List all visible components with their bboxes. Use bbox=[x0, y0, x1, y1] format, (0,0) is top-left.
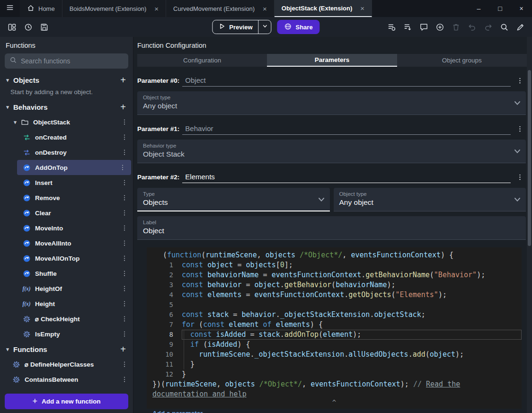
debugger-icon[interactable] bbox=[384, 20, 399, 34]
parameter-menu-icon[interactable] bbox=[514, 74, 526, 87]
code-line-4[interactable]: 4const elements = eventsFunctionContext.… bbox=[147, 290, 522, 300]
parameter-menu-icon[interactable] bbox=[514, 171, 526, 183]
kebab-menu-icon[interactable] bbox=[119, 116, 130, 128]
trash-icon[interactable] bbox=[449, 20, 463, 34]
add-function-button[interactable]: + Add a new function bbox=[5, 394, 128, 409]
parameter-name-input[interactable]: Elements bbox=[182, 173, 511, 183]
section-objects[interactable]: ▾Objects+ bbox=[0, 72, 133, 88]
code-line-2[interactable]: 2const behaviorName = eventsFunctionCont… bbox=[147, 270, 522, 280]
add-icon[interactable]: + bbox=[116, 344, 130, 355]
close-tab-icon[interactable]: × bbox=[154, 5, 159, 13]
kebab-menu-icon[interactable] bbox=[119, 132, 130, 143]
code-line-11[interactable]: 11 } bbox=[147, 360, 522, 369]
code-line-3[interactable]: 3const behavior = object.getBehavior(beh… bbox=[147, 280, 522, 290]
kebab-menu-icon[interactable] bbox=[117, 162, 128, 173]
caret-down-icon[interactable]: ▾ bbox=[2, 104, 13, 110]
kebab-menu-icon[interactable] bbox=[119, 374, 130, 385]
kebab-menu-icon[interactable] bbox=[119, 268, 130, 279]
function-remove[interactable]: Remove bbox=[0, 190, 133, 205]
search-functions-box[interactable] bbox=[5, 53, 128, 69]
close-window-button[interactable]: × bbox=[511, 0, 532, 17]
share-button[interactable]: Share bbox=[277, 20, 320, 34]
function-isempty[interactable]: IsEmpty bbox=[0, 326, 133, 342]
search-functions-input[interactable] bbox=[21, 57, 124, 65]
fold-hint-caret[interactable]: ^ bbox=[147, 399, 522, 408]
kebab-menu-icon[interactable] bbox=[119, 298, 130, 309]
function-moveinto[interactable]: MoveInto bbox=[0, 220, 133, 236]
code-line-1[interactable]: 1const object = objects[0]; bbox=[147, 260, 522, 270]
caret-down-icon[interactable]: ▾ bbox=[9, 119, 21, 125]
field-object-type[interactable]: Object typeAny object bbox=[137, 91, 526, 115]
function-clear[interactable]: Clear bbox=[0, 205, 133, 220]
search-icon[interactable] bbox=[497, 20, 511, 34]
function-moveallontop[interactable]: MoveAllOnTop bbox=[0, 251, 133, 266]
redo-icon[interactable] bbox=[481, 20, 495, 34]
kebab-menu-icon[interactable] bbox=[119, 313, 130, 325]
function-moveallinto[interactable]: MoveAllInto bbox=[0, 236, 133, 251]
close-tab-icon[interactable]: × bbox=[263, 5, 267, 13]
add-icon[interactable]: + bbox=[116, 102, 130, 113]
undo-icon[interactable] bbox=[465, 20, 479, 34]
profiler-icon[interactable] bbox=[400, 20, 415, 34]
caret-down-icon[interactable]: ▾ bbox=[2, 346, 13, 352]
kebab-menu-icon[interactable] bbox=[119, 283, 130, 294]
preview-main[interactable]: Preview bbox=[213, 23, 258, 32]
function-definehelperclasses[interactable]: ⌀ DefineHelperClasses bbox=[0, 357, 133, 372]
kebab-menu-icon[interactable] bbox=[119, 328, 130, 340]
scrollbar[interactable] bbox=[527, 37, 532, 413]
tab-home[interactable]: Home bbox=[20, 0, 62, 17]
add-circle-icon[interactable] bbox=[433, 20, 447, 34]
function-addontop[interactable]: AddOnTop bbox=[17, 160, 131, 175]
function-ondestroy[interactable]: onDestroy bbox=[0, 145, 133, 160]
function-oncreated[interactable]: onCreated bbox=[0, 130, 133, 145]
kebab-menu-icon[interactable] bbox=[119, 359, 130, 370]
function-checkheight[interactable]: ⌀ CheckHeight bbox=[0, 311, 133, 326]
tab-boidsmovement-extension[interactable]: BoidsMovement (Extension)× bbox=[62, 0, 166, 17]
save-icon[interactable] bbox=[37, 20, 51, 34]
function-heightof[interactable]: f(x)HeightOf bbox=[0, 281, 133, 296]
theme-pen-icon[interactable] bbox=[513, 20, 527, 34]
kebab-menu-icon[interactable] bbox=[119, 207, 130, 219]
code-editor[interactable]: (function(runtimeScene, objects /*Object… bbox=[147, 247, 522, 409]
scrollbar-thumb[interactable] bbox=[528, 70, 531, 246]
function-insert[interactable]: Insert bbox=[0, 175, 133, 190]
parameter-name-input[interactable]: Object bbox=[182, 76, 511, 87]
close-tab-icon[interactable]: × bbox=[360, 4, 364, 12]
preview-options-button[interactable] bbox=[259, 23, 271, 31]
add-parameter-button[interactable]: Add a parameter bbox=[152, 410, 203, 413]
code-line-5[interactable]: 5 bbox=[147, 300, 522, 310]
function-containsbetween[interactable]: ContainsBetween bbox=[0, 372, 133, 387]
parameter-menu-icon[interactable] bbox=[514, 123, 526, 135]
tab-configuration[interactable]: Configuration bbox=[137, 54, 267, 67]
field-object-type[interactable]: Object typeAny object bbox=[334, 188, 526, 211]
layout-panels-icon[interactable] bbox=[5, 20, 19, 34]
tab-object-groups[interactable]: Object groups bbox=[397, 54, 527, 67]
history-icon[interactable] bbox=[21, 20, 35, 34]
caret-down-icon[interactable]: ▾ bbox=[2, 77, 13, 83]
add-icon[interactable]: + bbox=[116, 75, 130, 86]
function-height[interactable]: f(x)Height bbox=[0, 296, 133, 311]
preview-button[interactable]: Preview bbox=[212, 20, 271, 34]
code-line-10[interactable]: 10 runtimeScene._objectStackExtension.al… bbox=[147, 350, 522, 360]
code-line-9[interactable]: 9 if (isAdded) { bbox=[147, 340, 522, 350]
function-shuffle[interactable]: Shuffle bbox=[0, 266, 133, 281]
folder-objectstack[interactable]: ▾ObjectStack bbox=[0, 114, 133, 130]
code-line-12[interactable]: 12} bbox=[147, 369, 522, 379]
kebab-menu-icon[interactable] bbox=[119, 237, 130, 249]
section-functions[interactable]: ▾Functions+ bbox=[0, 342, 133, 357]
code-line-6[interactable]: 6const stack = behavior._objectStackExte… bbox=[147, 310, 522, 320]
kebab-menu-icon[interactable] bbox=[119, 147, 130, 158]
hamburger-menu-button[interactable] bbox=[0, 0, 20, 17]
field-label[interactable]: LabelObject bbox=[137, 216, 526, 240]
parameter-name-input[interactable]: Behavior bbox=[182, 124, 511, 135]
code-line-7[interactable]: 7for (const element of elements) { bbox=[147, 320, 522, 330]
kebab-menu-icon[interactable] bbox=[119, 177, 130, 188]
minimize-button[interactable]: – bbox=[468, 0, 489, 17]
tab-curvedmovement-extension[interactable]: CurvedMovement (Extension)× bbox=[166, 0, 275, 17]
kebab-menu-icon[interactable] bbox=[119, 192, 130, 203]
field-type[interactable]: TypeObjects bbox=[137, 188, 330, 211]
tab-parameters[interactable]: Parameters bbox=[267, 54, 397, 67]
field-behavior-type[interactable]: Behavior typeObject Stack bbox=[137, 140, 526, 163]
kebab-menu-icon[interactable] bbox=[119, 253, 130, 264]
comments-icon[interactable] bbox=[417, 20, 431, 34]
